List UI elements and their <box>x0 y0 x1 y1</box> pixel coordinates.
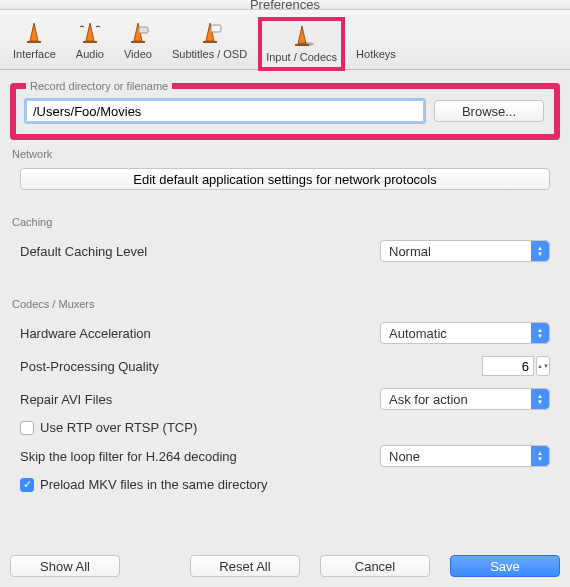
svg-rect-5 <box>131 41 145 43</box>
updown-icon: ▲▼ <box>531 323 549 343</box>
svg-rect-6 <box>139 27 148 33</box>
svg-marker-10 <box>298 26 306 44</box>
updown-icon: ▲▼ <box>531 389 549 409</box>
footer-buttons: Show All Reset All Cancel Save <box>10 555 560 577</box>
repair-label: Repair AVI Files <box>20 392 112 407</box>
tab-label: Video <box>124 48 152 60</box>
cone-icon <box>124 18 152 48</box>
loopfilter-select[interactable]: None ▲▼ <box>380 445 550 467</box>
updown-icon: ▲▼ <box>531 241 549 261</box>
prefs-toolbar: Interface Audio Video Subtitles / OSD In… <box>0 10 570 70</box>
hwaccel-label: Hardware Acceleration <box>20 326 151 341</box>
svg-marker-0 <box>30 23 38 41</box>
updown-icon: ▲▼ <box>531 446 549 466</box>
postproc-input[interactable] <box>482 356 534 376</box>
tab-input-codecs[interactable]: Input / Codecs <box>258 17 345 71</box>
tab-label: Audio <box>76 48 104 60</box>
tab-audio[interactable]: Audio <box>67 13 113 69</box>
cone-icon <box>196 18 224 48</box>
window-titlebar: Preferences <box>0 0 570 10</box>
prefs-content: Record directory or filename Browse... N… <box>0 70 570 514</box>
show-all-button[interactable]: Show All <box>10 555 120 577</box>
svg-marker-2 <box>86 23 94 41</box>
tab-hotkeys[interactable]: Hotkeys <box>347 13 405 69</box>
tab-label: Subtitles / OSD <box>172 48 247 60</box>
cone-icon <box>76 18 104 48</box>
cone-icon <box>20 18 48 48</box>
record-path-input[interactable] <box>26 100 424 122</box>
reset-all-button[interactable]: Reset All <box>190 555 300 577</box>
tab-label: Input / Codecs <box>266 51 337 63</box>
select-value: None <box>389 449 420 464</box>
select-value: Ask for action <box>389 392 468 407</box>
loopfilter-label: Skip the loop filter for H.264 decoding <box>20 449 237 464</box>
save-button[interactable]: Save <box>450 555 560 577</box>
tab-interface[interactable]: Interface <box>4 13 65 69</box>
record-legend: Record directory or filename <box>26 80 172 92</box>
repair-select[interactable]: Ask for action ▲▼ <box>380 388 550 410</box>
caching-section-label: Caching <box>12 216 558 228</box>
svg-point-12 <box>298 42 314 46</box>
select-value: Automatic <box>389 326 447 341</box>
tab-label: Interface <box>13 48 56 60</box>
codecs-section-label: Codecs / Muxers <box>12 298 558 310</box>
tab-label: Hotkeys <box>356 48 396 60</box>
mkv-label: Preload MKV files in the same directory <box>40 477 268 492</box>
postproc-label: Post-Processing Quality <box>20 359 159 374</box>
mkv-checkbox[interactable]: ✓ <box>20 478 34 492</box>
network-section-label: Network <box>12 148 558 160</box>
cancel-button[interactable]: Cancel <box>320 555 430 577</box>
caching-level-select[interactable]: Normal ▲▼ <box>380 240 550 262</box>
svg-rect-9 <box>211 25 221 32</box>
svg-rect-1 <box>27 41 41 43</box>
rtp-label: Use RTP over RTSP (TCP) <box>40 420 197 435</box>
network-protocols-button[interactable]: Edit default application settings for ne… <box>20 168 550 190</box>
tab-video[interactable]: Video <box>115 13 161 69</box>
svg-rect-8 <box>203 41 217 43</box>
postproc-stepper[interactable]: ▲▼ <box>536 356 550 376</box>
svg-rect-3 <box>83 41 97 43</box>
rtp-checkbox[interactable] <box>20 421 34 435</box>
browse-button[interactable]: Browse... <box>434 100 544 122</box>
select-value: Normal <box>389 244 431 259</box>
record-group: Record directory or filename Browse... <box>10 80 560 140</box>
window-title: Preferences <box>250 0 320 10</box>
cone-icon <box>288 21 316 51</box>
hwaccel-select[interactable]: Automatic ▲▼ <box>380 322 550 344</box>
tab-subtitles[interactable]: Subtitles / OSD <box>163 13 256 69</box>
caching-level-label: Default Caching Level <box>20 244 147 259</box>
